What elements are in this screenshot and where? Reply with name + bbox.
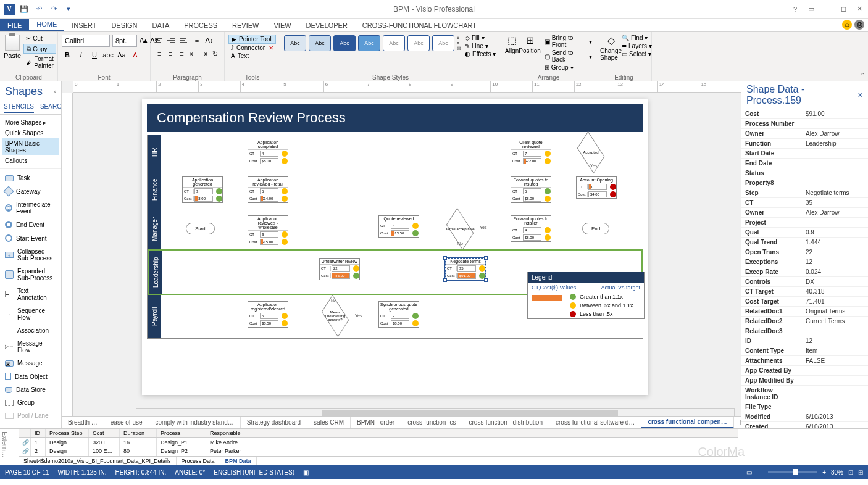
ext-tab-active[interactable]: BPM Data — [220, 457, 257, 465]
tab-home[interactable]: HOME — [29, 18, 64, 31]
shape-message-flow[interactable]: Message Flow — [2, 337, 59, 357]
close-button[interactable]: ✕ — [853, 3, 866, 15]
style-gallery[interactable]: Abc Abc Abc Abc Abc Abc Abc ▴▾⊟ — [284, 35, 461, 51]
close-panel-icon[interactable]: ✕ — [858, 91, 863, 99]
external-data-label[interactable]: Extern… — [1, 431, 9, 458]
text-tool-button[interactable]: AText — [228, 52, 276, 60]
style-swatch[interactable]: Abc — [407, 35, 430, 51]
shape-data-row[interactable]: StepNegotiate terms — [741, 188, 868, 198]
node-quote-reviewed[interactable]: Quote reviewed CT4 Cost$13.50 — [378, 215, 419, 238]
shape-data-row[interactable]: OwnerAlex Darrow — [741, 129, 868, 139]
category-bpmn-basic[interactable]: BPMN Basic Shapes — [2, 138, 59, 155]
pointer-tool-button[interactable]: ▶Pointer Tool — [228, 35, 276, 44]
line-button[interactable]: ✎Line▾ — [465, 43, 496, 49]
status-page[interactable]: PAGE 10 OF 11 — [5, 469, 49, 476]
shape-data-row[interactable]: Start Date — [741, 149, 868, 159]
sheet-tab[interactable]: comply with industry stand… — [149, 417, 241, 428]
font-size-select[interactable] — [112, 35, 137, 47]
sheet-tab[interactable]: cross-function - distribution — [462, 417, 549, 428]
send-to-back-button[interactable]: ▢Send to Back▾ — [545, 49, 592, 63]
gateway-meets-params[interactable]: Meets underwriting params? — [320, 306, 350, 326]
sheet-tab[interactable]: Strategy dashboard — [241, 417, 307, 428]
collapse-ribbon-button[interactable]: ⌃ — [860, 72, 866, 80]
legend[interactable]: Legend CT,Cost($) ValuesActual Vs target… — [527, 272, 645, 319]
shape-data-row[interactable]: Exceptions12 — [741, 257, 868, 267]
shape-data-row[interactable]: Excep Rate0.024 — [741, 267, 868, 277]
shape-data-row[interactable]: Open Trans22 — [741, 247, 868, 257]
layers-button[interactable]: ≣Layers▾ — [622, 43, 652, 49]
style-swatch[interactable]: Abc — [284, 35, 306, 51]
table-row[interactable]: 🔗2Design100 E…80Design_P2Peter Parker — [19, 447, 738, 455]
shape-data-row[interactable]: End Date — [741, 159, 868, 168]
shape-data-row[interactable]: RelatedDoc2Current Terms — [741, 317, 868, 326]
align-left-button[interactable]: ≡ — [154, 48, 164, 59]
node-app-completed[interactable]: Application completed CT4 Cost$8.00 — [248, 139, 288, 165]
sheet-tab[interactable]: ease of use — [104, 417, 149, 428]
shape-data-row[interactable]: CT35 — [741, 198, 868, 208]
drawing-page[interactable]: Compensation Review Process HR Applicati… — [142, 99, 648, 395]
collapse-shapes-icon[interactable]: ‹ — [54, 88, 56, 95]
minimize-button[interactable]: — — [821, 3, 833, 15]
redo-button[interactable]: ↷ — [48, 4, 59, 15]
style-swatch[interactable]: Abc — [333, 35, 356, 51]
align-middle-button[interactable] — [167, 35, 178, 46]
style-swatch[interactable]: Abc — [432, 35, 454, 51]
node-negotiate-terms[interactable]: Negotiate terms CT35 Cost$91.00 — [445, 258, 486, 280]
gateway-terms-acceptable[interactable]: Terms acceptable — [445, 219, 475, 239]
shape-data-row[interactable]: CT Target40.318 — [741, 287, 868, 297]
paste-button[interactable]: Paste — [4, 35, 21, 72]
table-row[interactable]: 🔗1Design320 E…16Design_P1Mike Andre… — [19, 438, 738, 447]
presentation-mode-icon[interactable]: ▭ — [746, 469, 752, 476]
shape-data-row[interactable]: Content TypeItem — [741, 346, 868, 356]
lane-hr[interactable]: HR Application completed CT4 Cost$8.00 C… — [148, 135, 643, 170]
category-callouts[interactable]: Callouts — [2, 155, 59, 166]
search-tab[interactable]: SEARCH — [40, 103, 62, 113]
rotate-text-button[interactable]: ↻ — [211, 48, 220, 59]
tab-design[interactable]: DESIGN — [104, 19, 144, 31]
shape-data-row[interactable]: Project — [741, 218, 868, 228]
shape-task[interactable]: Task — [2, 172, 59, 184]
node-account-opening[interactable]: Account Opening CT8 Cost$4.00 — [576, 176, 617, 199]
shape-collapsed-subprocess[interactable]: Collapsed Sub-Process — [2, 245, 59, 265]
shape-data-row[interactable]: App Created By — [741, 366, 868, 376]
position-button[interactable]: ⊞Position — [519, 35, 541, 72]
shape-data-row[interactable]: Cost$91.00 — [741, 109, 868, 119]
help-button[interactable]: ? — [789, 3, 801, 15]
shape-data-row[interactable]: Modified6/10/2013 — [741, 412, 868, 422]
shape-intermediate-event[interactable]: Intermediate Event — [2, 198, 59, 218]
shape-data-row[interactable]: OwnerAlex Darrow — [741, 208, 868, 218]
style-swatch[interactable]: Abc — [309, 35, 331, 51]
bold-button[interactable]: B — [62, 49, 73, 60]
shape-gateway[interactable]: Gateway — [2, 184, 59, 198]
feedback-frown-icon[interactable]: ☹ — [854, 20, 864, 30]
find-button[interactable]: 🔍Find▾ — [622, 35, 652, 41]
shape-data-row[interactable]: Qual Trend1.444 — [741, 238, 868, 247]
stencils-tab[interactable]: STENCILS — [4, 103, 34, 113]
format-painter-button[interactable]: 🖌Format Painter — [23, 55, 56, 70]
case-button[interactable]: Aa — [116, 49, 127, 60]
strikethrough-button[interactable]: abc — [102, 49, 114, 60]
fill-button[interactable]: ◇Fill▾ — [465, 35, 496, 41]
tab-view[interactable]: VIEW — [266, 19, 298, 31]
zoom-slider[interactable] — [768, 471, 817, 473]
shape-data-row[interactable]: ID12 — [741, 336, 868, 346]
grow-font-button[interactable]: A▴ — [140, 35, 148, 46]
node-sync-quote[interactable]: Synchronous quote generated CT2 Cost$8.0… — [378, 301, 419, 328]
sheet-tab-active[interactable]: cross functional compen… — [641, 417, 733, 428]
pan-zoom-icon[interactable]: ⊞ — [858, 469, 863, 476]
shape-data-row[interactable]: Property8 — [741, 178, 868, 188]
decrease-indent-button[interactable]: ⇤ — [188, 48, 198, 59]
node-app-reviewed-retail[interactable]: Application reviewed - retail CT5 Cost$1… — [248, 176, 288, 203]
ribbon-display-button[interactable]: ▭ — [805, 3, 817, 15]
ext-tab[interactable]: Sheet4$demo2010a_Visio_BI_Foodmart_Data_… — [19, 457, 177, 465]
shape-data-row[interactable]: App Modified By — [741, 376, 868, 386]
maximize-button[interactable]: ◻ — [837, 3, 849, 15]
shape-text-annotation[interactable]: ⌐Text Annotation — [2, 284, 59, 304]
tab-process[interactable]: PROCESS — [177, 19, 225, 31]
align-top-button[interactable] — [154, 35, 165, 46]
bring-to-front-button[interactable]: ▣Bring to Front▾ — [545, 35, 592, 48]
shape-data-row[interactable]: FunctionLeadership — [741, 139, 868, 149]
shape-data-row[interactable]: Process Number — [741, 119, 868, 129]
font-name-select[interactable] — [62, 35, 110, 47]
align-button[interactable]: ⬚Align — [505, 35, 519, 72]
